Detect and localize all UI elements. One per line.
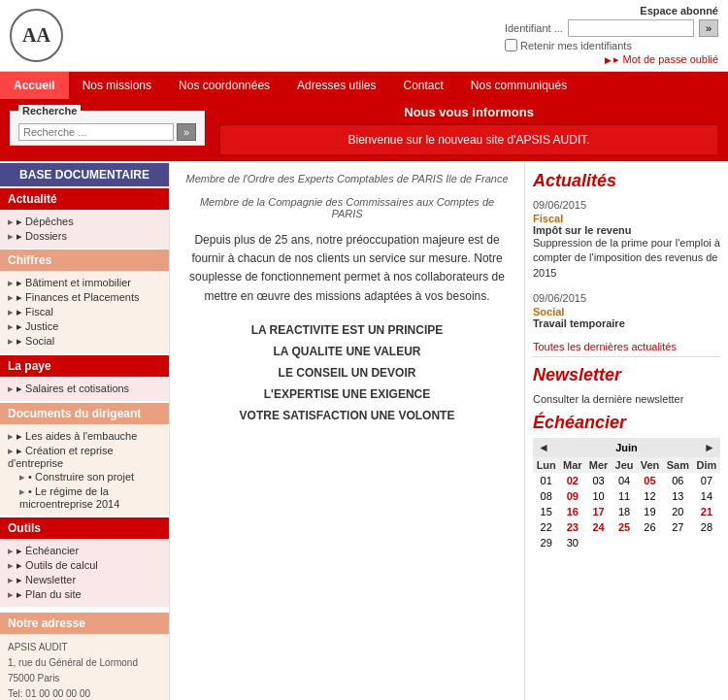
- sidebar-item-outils-calcul[interactable]: ▸ Outils de calcul: [8, 558, 161, 573]
- cal-header-sam: Sam: [663, 457, 693, 473]
- calendar-week-1: 08091011121314: [533, 488, 720, 504]
- mot-de-passe-link[interactable]: ▸ Mot de passe oublié: [505, 53, 718, 66]
- cal-cell-2-1: 16: [559, 504, 585, 519]
- sidebar-actualite-section: ▸ Dépêches ▸ Dossiers: [0, 210, 169, 249]
- cal-header-dim: Dim: [693, 457, 720, 473]
- cal-cell-3-5: 27: [663, 519, 693, 535]
- news-item-1: 09/06/2015 Social Travail temporaire: [533, 292, 720, 329]
- sidebar-item-construire[interactable]: • Construire son projet: [8, 470, 161, 484]
- nav-contact[interactable]: Contact: [389, 72, 456, 99]
- newsletter-title: Newsletter: [533, 365, 720, 385]
- info-title: Nous vous informons: [219, 105, 718, 119]
- value-1: LA REACTIVITE EST UN PRINCIPE: [184, 323, 510, 337]
- cal-cell-0-6: 07: [693, 473, 720, 488]
- nav-coordonnees[interactable]: Nos coordonnées: [165, 72, 283, 99]
- sidebar-item-batiment[interactable]: ▸ Bâtiment et immobilier: [8, 276, 161, 290]
- nav-communiques[interactable]: Nos communiqués: [457, 72, 580, 99]
- search-fieldset: Recherche »: [10, 105, 205, 146]
- tagline-2: Membre de la Compagnie des Commissaires …: [184, 196, 510, 219]
- sidebar-lapaye-title: La paye: [0, 355, 169, 377]
- content-intro: Depuis plus de 25 ans, notre préoccupati…: [184, 231, 510, 306]
- calendar: ◄ Juin ► Lun Mar Mer Jeu Ven Sam Dim: [533, 438, 720, 550]
- info-content: Bienvenue sur le nouveau site d'APSIS AU…: [219, 124, 718, 155]
- identifiant-input[interactable]: [568, 19, 694, 37]
- cal-cell-4-1: 30: [559, 535, 585, 550]
- login-button[interactable]: »: [699, 19, 718, 37]
- news-category-1: Social: [533, 306, 720, 317]
- cal-cell-1-5: 13: [663, 488, 693, 504]
- main-nav: Accueil Nos missions Nos coordonnées Adr…: [0, 72, 728, 99]
- nav-adresses[interactable]: Adresses utiles: [283, 72, 389, 99]
- adresse-line-4: Tel: 01 00 00 00 00: [8, 686, 161, 700]
- info-box: Nous vous informons Bienvenue sur le nou…: [219, 105, 718, 155]
- sidebar-item-salaires[interactable]: ▸ Salaires et cotisations: [8, 382, 161, 396]
- cal-cell-0-1: 02: [559, 473, 585, 488]
- sidebar-adresse-content: APSIS AUDIT 1, rue du Général de Lormond…: [0, 634, 169, 700]
- news-date-1: 09/06/2015: [533, 292, 720, 304]
- cal-cell-1-0: 08: [533, 488, 559, 504]
- sidebar-item-social[interactable]: ▸ Social: [8, 334, 161, 349]
- nav-missions[interactable]: Nos missions: [69, 72, 165, 99]
- calendar-week-2: 15161718192021: [533, 504, 720, 519]
- sidebar-item-fiscal[interactable]: ▸ Fiscal: [8, 305, 161, 319]
- cal-header-jeu: Jeu: [612, 457, 637, 473]
- cal-header-lun: Lun: [533, 457, 559, 473]
- search-input[interactable]: [18, 123, 174, 141]
- news-headline-0: Impôt sur le revenu: [533, 224, 720, 236]
- sidebar-item-aides-embauche[interactable]: ▸ Les aides à l'embauche: [8, 429, 161, 444]
- calendar-next[interactable]: ►: [704, 441, 715, 454]
- search-info-bar: Recherche » Nous vous informons Bienvenu…: [0, 99, 728, 161]
- sidebar: BASE DOCUMENTAIRE Actualité ▸ Dépêches ▸…: [0, 163, 170, 700]
- search-button[interactable]: »: [177, 123, 196, 141]
- sidebar-adresse-title: Notre adresse: [0, 613, 169, 634]
- sidebar-item-newsletter[interactable]: ▸ Newsletter: [8, 573, 161, 587]
- cal-cell-2-3: 18: [612, 504, 637, 519]
- content-values: LA REACTIVITE EST UN PRINCIPE LA QUALITE…: [184, 323, 510, 422]
- calendar-week-3: 22232425262728: [533, 519, 720, 535]
- cal-cell-4-2: [585, 535, 612, 550]
- adresse-line-2: 1, rue du Général de Lormond: [8, 655, 161, 671]
- sidebar-item-depeches[interactable]: ▸ Dépêches: [8, 215, 161, 229]
- echeancier-title: Échéancier: [533, 413, 720, 433]
- news-date-0: 09/06/2015: [533, 199, 720, 211]
- newsletter-desc[interactable]: Consulter la dernière newsletter: [533, 393, 720, 405]
- cal-cell-2-5: 20: [663, 504, 693, 519]
- cal-cell-3-0: 22: [533, 519, 559, 535]
- cal-cell-2-2: 17: [585, 504, 612, 519]
- main-content: Membre de l'Ordre des Experts Comptables…: [170, 163, 524, 700]
- calendar-prev[interactable]: ◄: [538, 441, 549, 454]
- cal-cell-1-4: 12: [637, 488, 663, 504]
- sidebar-item-creation[interactable]: ▸ Création et reprise d'entreprise: [8, 444, 161, 470]
- sidebar-actualite-title: Actualité: [0, 188, 169, 210]
- sidebar-item-plan-site[interactable]: ▸ Plan du site: [8, 587, 161, 602]
- value-4: L'EXPERTISE UNE EXIGENCE: [184, 387, 510, 401]
- cal-header-ven: Ven: [637, 457, 663, 473]
- cal-cell-0-3: 04: [612, 473, 637, 488]
- value-2: LA QUALITE UNE VALEUR: [184, 345, 510, 358]
- cal-cell-4-6: [693, 535, 720, 550]
- news-headline-1: Travail temporaire: [533, 317, 720, 329]
- sidebar-item-justice[interactable]: ▸ Justice: [8, 319, 161, 334]
- sidebar-chiffres-section: ▸ Bâtiment et immobilier ▸ Finances et P…: [0, 271, 169, 353]
- nav-accueil[interactable]: Accueil: [0, 72, 69, 99]
- cal-cell-0-5: 06: [663, 473, 693, 488]
- sidebar-item-dossiers[interactable]: ▸ Dossiers: [8, 229, 161, 244]
- sidebar-item-echeancier[interactable]: ▸ Échéancier: [8, 544, 161, 558]
- cal-cell-4-5: [663, 535, 693, 550]
- cal-cell-1-2: 10: [585, 488, 612, 504]
- identifiant-label: Identifiant ...: [505, 22, 563, 34]
- sidebar-item-finances[interactable]: ▸ Finances et Placements: [8, 290, 161, 305]
- calendar-header: ◄ Juin ►: [533, 438, 720, 457]
- sidebar-item-regime[interactable]: • Le régime de la microentreprise 2014: [8, 484, 161, 511]
- right-panel: Actualités 09/06/2015 Fiscal Impôt sur l…: [524, 163, 728, 700]
- logo: AA: [10, 9, 63, 62]
- cal-cell-3-6: 28: [693, 519, 720, 535]
- news-item-0: 09/06/2015 Fiscal Impôt sur le revenu Su…: [533, 199, 720, 281]
- retenir-checkbox[interactable]: [505, 39, 517, 51]
- value-3: LE CONSEIL UN DEVOIR: [184, 366, 510, 380]
- adresse-line-1: APSIS AUDIT: [8, 640, 161, 655]
- cal-cell-2-0: 15: [533, 504, 559, 519]
- cal-header-mer: Mer: [585, 457, 612, 473]
- cal-cell-4-0: 29: [533, 535, 559, 550]
- all-news-link[interactable]: Toutes les dernières actualités: [533, 341, 720, 352]
